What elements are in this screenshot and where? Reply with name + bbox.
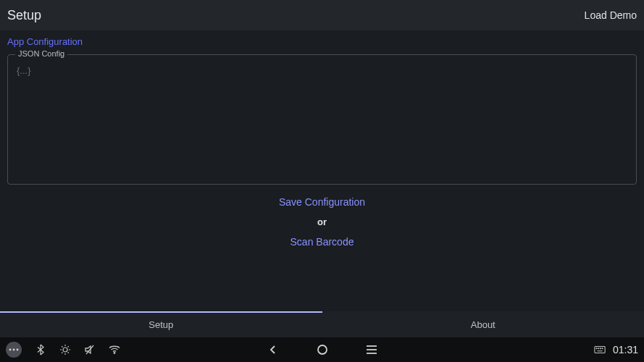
tab-setup[interactable]: Setup (0, 311, 322, 337)
main-content: App Configuration JSON Config Save Confi… (0, 30, 644, 311)
back-button[interactable] (266, 342, 280, 357)
keyboard-icon[interactable] (594, 344, 606, 355)
svg-point-1 (13, 349, 15, 351)
actions-group: Save Configuration or Scan Barcode (7, 196, 637, 248)
json-config-label: JSON Config (15, 49, 67, 58)
tab-setup-label: Setup (149, 319, 173, 330)
svg-point-0 (9, 349, 12, 351)
tab-about[interactable]: About (322, 311, 645, 337)
bottom-tabs: Setup About (0, 311, 644, 337)
or-separator: or (317, 216, 327, 227)
more-icon[interactable] (6, 342, 22, 358)
clock: 01:31 (613, 344, 638, 355)
home-button[interactable] (315, 342, 330, 357)
wifi-icon[interactable] (109, 344, 120, 355)
svg-point-23 (602, 348, 603, 349)
svg-point-21 (598, 348, 599, 349)
android-nav-buttons (266, 342, 379, 357)
status-icons-right: 01:31 (594, 344, 638, 355)
svg-point-2 (17, 349, 19, 351)
brightness-icon[interactable] (59, 344, 71, 355)
json-config-field: JSON Config (7, 54, 637, 185)
mute-icon[interactable] (84, 344, 96, 355)
bluetooth-icon[interactable] (35, 344, 46, 355)
svg-point-13 (114, 353, 115, 354)
svg-point-20 (596, 348, 597, 349)
json-config-input[interactable] (8, 55, 636, 184)
svg-line-10 (62, 353, 62, 353)
app-header: Setup Load Demo (0, 0, 644, 30)
load-demo-button[interactable]: Load Demo (585, 9, 637, 21)
svg-rect-18 (595, 347, 605, 353)
system-navbar: 01:31 (0, 337, 644, 362)
svg-line-9 (68, 353, 69, 353)
svg-point-3 (63, 348, 67, 352)
svg-point-22 (600, 348, 601, 349)
page-title: Setup (7, 8, 41, 23)
svg-line-8 (62, 346, 62, 347)
svg-point-14 (318, 345, 327, 354)
scan-barcode-button[interactable]: Scan Barcode (290, 236, 354, 248)
svg-line-11 (68, 346, 69, 347)
section-title: App Configuration (7, 36, 637, 47)
recents-button[interactable] (364, 342, 379, 357)
status-icons-left (6, 342, 120, 358)
save-configuration-button[interactable]: Save Configuration (279, 196, 365, 208)
tab-about-label: About (471, 319, 495, 330)
